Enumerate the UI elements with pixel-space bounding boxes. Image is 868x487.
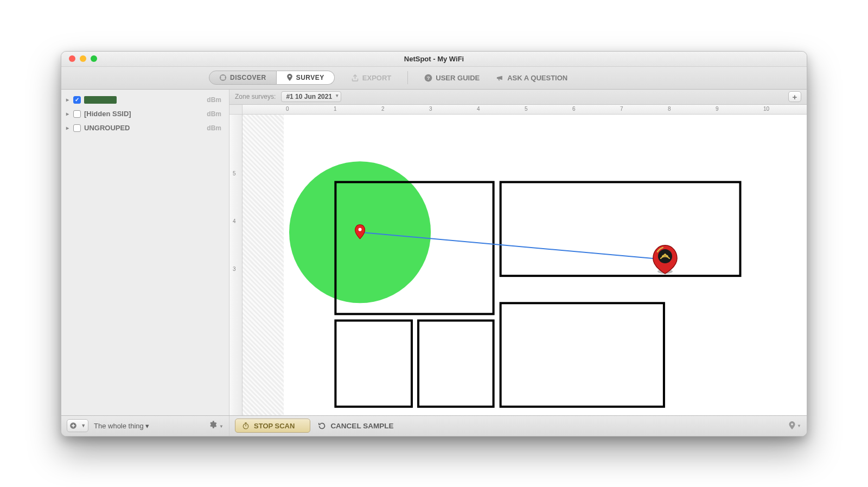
export-label: EXPORT	[362, 74, 391, 82]
svg-point-5	[289, 75, 291, 78]
pin-icon	[788, 421, 796, 430]
target-icon	[219, 74, 227, 81]
ruler-tick: 10	[763, 106, 769, 112]
network-row[interactable]: ▸ UNGROUPED dBm	[61, 121, 229, 135]
ruler-tick: 3	[233, 265, 236, 271]
toolbar-separator	[407, 71, 408, 84]
ruler-tick: 5	[233, 170, 236, 176]
sidebar-bottom: ▼ The whole thing ▾ ▼	[61, 416, 229, 436]
discover-tab[interactable]: DISCOVER	[209, 71, 277, 85]
signal-unit: dBm	[207, 110, 221, 118]
zone-survey-label: Zone surveys:	[235, 93, 276, 100]
network-checkbox[interactable]	[73, 124, 81, 132]
room-outline	[418, 320, 494, 407]
survey-tab[interactable]: SURVEY	[277, 71, 335, 85]
stopwatch-icon	[242, 422, 250, 429]
network-row[interactable]: ▸ [Hidden SSID] dBm	[61, 107, 229, 121]
megaphone-icon	[496, 74, 504, 82]
network-checkbox[interactable]	[73, 110, 81, 118]
ask-question-button[interactable]: ASK A QUESTION	[496, 74, 567, 82]
add-zone-button[interactable]: +	[788, 91, 801, 102]
cancel-sample-button[interactable]: CANCEL SAMPLE	[318, 422, 393, 430]
pin-icon	[286, 74, 293, 81]
user-guide-label: USER GUIDE	[436, 74, 480, 82]
network-label: [Hidden SSID]	[84, 110, 203, 118]
room-outline	[335, 320, 412, 407]
signal-unit: dBm	[207, 124, 221, 132]
ruler-tick: 6	[572, 106, 576, 112]
room-outline	[501, 303, 664, 407]
zone-survey-dropdown[interactable]: #1 10 Jun 2021	[281, 91, 341, 102]
cancel-sample-label: CANCEL SAMPLE	[330, 422, 393, 430]
discover-label: DISCOVER	[230, 74, 266, 81]
plus-circle-icon	[69, 422, 77, 429]
gear-icon	[208, 420, 217, 429]
ruler-tick: 8	[668, 106, 671, 112]
svg-text:?: ?	[427, 75, 430, 80]
close-window-button[interactable]	[69, 55, 75, 62]
network-name-redacted	[84, 96, 117, 104]
bottom-bar: ▼ The whole thing ▾ ▼ STOP SCAN CANCEL S…	[61, 415, 807, 436]
export-icon	[351, 74, 359, 82]
main-bottom: STOP SCAN CANCEL SAMPLE ▼	[229, 419, 807, 433]
access-point-marker[interactable]	[653, 245, 677, 273]
ruler-tick: 0	[286, 106, 289, 112]
ruler-tick: 2	[381, 106, 385, 112]
sidebar-settings-button[interactable]: ▼	[208, 420, 224, 431]
stop-scan-button[interactable]: STOP SCAN	[235, 419, 310, 433]
main-panel: Zone surveys: #1 10 Jun 2021 + 0 1 2 3 4…	[229, 90, 807, 415]
ruler-tick: 7	[620, 106, 623, 112]
ruler-tick: 9	[716, 106, 719, 112]
signal-unit: dBm	[207, 96, 221, 104]
mode-segmented-control: DISCOVER SURVEY	[209, 71, 335, 85]
out-of-bounds-area	[242, 115, 284, 415]
svg-point-17	[791, 423, 793, 426]
dropdown-caret-icon: ▼	[797, 423, 801, 428]
network-row[interactable]: ▸ ✓ dBm	[61, 93, 229, 107]
map-pin-dropdown-button[interactable]: ▼	[788, 421, 801, 430]
ruler-corner	[229, 105, 242, 115]
disclosure-arrow-icon[interactable]: ▸	[65, 125, 70, 131]
ask-question-label: ASK A QUESTION	[507, 74, 567, 82]
survey-label: SURVEY	[296, 74, 324, 81]
app-window: NetSpot - My WiFi DISCOVER SURVEY EXPORT	[61, 51, 807, 437]
stop-scan-label: STOP SCAN	[254, 422, 295, 430]
network-sidebar: ▸ ✓ dBm ▸ [Hidden SSID] dBm ▸ UNGROUPED …	[61, 90, 229, 415]
floorplan-canvas[interactable]: 0 1 2 3 4 5 6 7 8 9 10 5 4 3	[229, 105, 807, 415]
ruler-tick: 3	[429, 106, 432, 112]
floorplan-svg	[284, 115, 807, 415]
window-title: NetSpot - My WiFi	[61, 55, 807, 63]
titlebar: NetSpot - My WiFi	[61, 52, 807, 67]
ruler-tick: 4	[477, 106, 480, 112]
horizontal-ruler: 0 1 2 3 4 5 6 7 8 9 10	[242, 105, 807, 115]
ruler-tick: 5	[525, 106, 528, 112]
dropdown-caret-icon: ▼	[219, 424, 224, 429]
dropdown-caret-icon: ▼	[81, 423, 86, 428]
user-guide-button[interactable]: ? USER GUIDE	[424, 74, 480, 82]
app-body: ▸ ✓ dBm ▸ [Hidden SSID] dBm ▸ UNGROUPED …	[61, 90, 807, 415]
disclosure-arrow-icon[interactable]: ▸	[65, 97, 70, 103]
toolbar: DISCOVER SURVEY EXPORT ? USER GUIDE	[61, 67, 807, 90]
export-button: EXPORT	[351, 74, 391, 82]
zoom-window-button[interactable]	[91, 55, 97, 62]
disclosure-arrow-icon[interactable]: ▸	[65, 111, 70, 117]
add-network-dropdown-button[interactable]: ▼	[67, 419, 88, 432]
room-outline	[501, 182, 741, 276]
help-icon: ?	[424, 74, 432, 82]
ruler-tick: 4	[233, 218, 236, 224]
undo-icon	[318, 422, 326, 430]
ruler-tick: 1	[334, 106, 337, 112]
network-label: UNGROUPED	[84, 124, 203, 132]
view-scope-dropdown[interactable]: The whole thing ▾	[94, 422, 149, 430]
svg-point-8	[359, 227, 362, 231]
vertical-ruler: 5 4 3	[229, 115, 242, 415]
minimize-window-button[interactable]	[80, 55, 86, 62]
network-checkbox[interactable]: ✓	[73, 96, 81, 104]
svg-point-11	[664, 254, 666, 256]
zone-survey-bar: Zone surveys: #1 10 Jun 2021 +	[229, 90, 807, 105]
floorplan-area[interactable]	[284, 115, 807, 415]
